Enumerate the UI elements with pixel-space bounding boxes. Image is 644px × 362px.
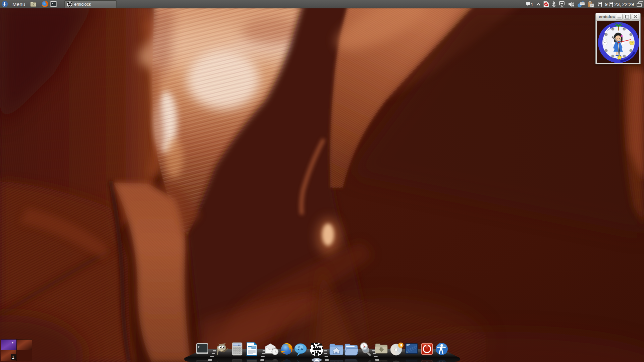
svg-text:1: 1: [531, 2, 533, 7]
svg-text:>_: >_: [198, 346, 202, 349]
svg-text:431: 431: [238, 345, 240, 346]
svg-text:1: 1: [12, 355, 14, 360]
